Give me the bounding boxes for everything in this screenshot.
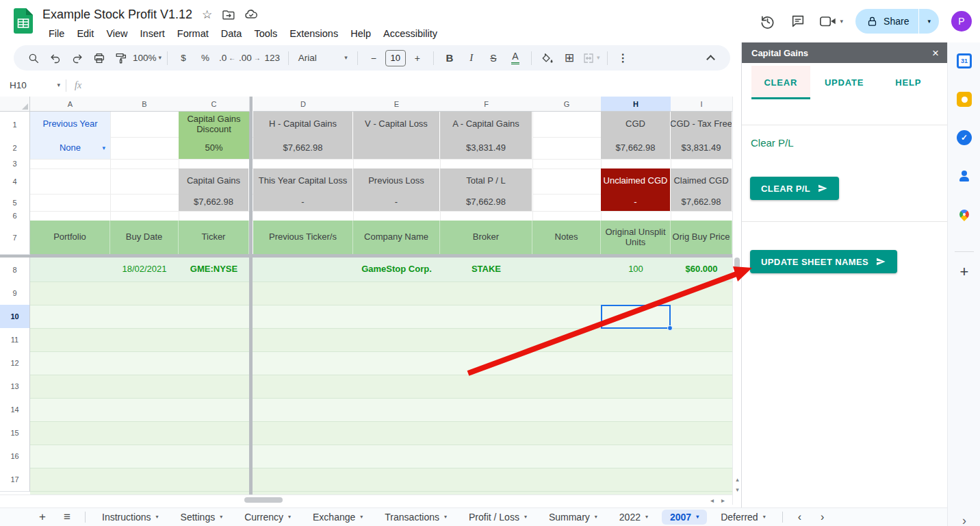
menu-extensions[interactable]: Extensions	[283, 27, 344, 40]
scroll-left-icon[interactable]: ◂	[710, 495, 714, 505]
version-history-icon[interactable]	[759, 12, 777, 30]
cell-F4[interactable]: Total P / L	[440, 168, 532, 194]
scroll-right-icon[interactable]: ▸	[721, 495, 725, 505]
column-header-D[interactable]: D	[253, 97, 354, 112]
borders-icon[interactable]: ⊞	[559, 49, 580, 68]
keep-icon[interactable]	[957, 92, 972, 107]
maps-icon[interactable]	[957, 207, 972, 222]
row-header-9[interactable]: 9	[0, 281, 30, 305]
sheet-tab-2007[interactable]: 2007▾	[662, 510, 707, 525]
prev-sheets-icon[interactable]: ‹	[788, 511, 811, 523]
move-folder-icon[interactable]	[222, 8, 235, 21]
frozen-column-divider[interactable]	[249, 97, 253, 494]
vertical-scroll-thumb[interactable]	[734, 258, 740, 273]
menu-file[interactable]: File	[42, 27, 70, 40]
column-header-E[interactable]: E	[353, 97, 441, 112]
print-icon[interactable]	[89, 49, 109, 68]
cell-E4[interactable]: Previous Loss	[353, 168, 440, 194]
close-icon[interactable]: ×	[932, 47, 939, 59]
cell-B7[interactable]: Buy Date	[110, 221, 179, 254]
sheet-tab-transactions[interactable]: Transactions▾	[376, 510, 455, 525]
menu-format[interactable]: Format	[171, 27, 215, 40]
cell-I5[interactable]: $7,662.98	[671, 194, 732, 211]
row-header-12[interactable]: 12	[0, 351, 30, 375]
cell-H2[interactable]: $7,662.98	[601, 137, 671, 159]
italic-button[interactable]: I	[461, 49, 482, 68]
number-format-button[interactable]: 123	[262, 49, 283, 68]
add-sheet-icon[interactable]: +	[30, 510, 55, 524]
cell-C5[interactable]: $7,662.98	[179, 194, 249, 211]
panel-tab-update[interactable]: UPDATE	[810, 66, 879, 99]
cell-I7[interactable]: Orig Buy Price	[671, 221, 732, 254]
comments-icon[interactable]	[789, 12, 807, 30]
show-side-panel-icon[interactable]: ›	[948, 514, 980, 526]
sheet-tab-2022[interactable]: 2022▾	[611, 510, 656, 525]
row-header-14[interactable]: 14	[0, 398, 30, 422]
row-header-5[interactable]: 5	[0, 194, 30, 212]
bold-button[interactable]: B	[439, 49, 460, 68]
cell-C8[interactable]: GME:NYSE	[179, 258, 249, 281]
next-sheets-icon[interactable]: ›	[811, 511, 834, 523]
row-header-10[interactable]: 10	[0, 305, 30, 329]
strikethrough-button[interactable]: S	[483, 49, 504, 68]
menu-view[interactable]: View	[100, 27, 133, 40]
sheet-tab-menu-icon[interactable]: ▾	[696, 514, 699, 520]
decrease-decimal-button[interactable]: .0←	[217, 49, 237, 68]
sheet-tab-menu-icon[interactable]: ▾	[360, 514, 363, 520]
row-header-17[interactable]: 17	[0, 468, 30, 492]
row-header-11[interactable]: 11	[0, 328, 30, 352]
cell-E7[interactable]: Company Name	[353, 221, 440, 254]
spreadsheet-grid[interactable]: Previous YearNone▾Capital Gains Discount…	[0, 97, 732, 494]
update-sheet-names-button[interactable]: UPDATE SHEET NAMES	[750, 250, 897, 273]
sheet-tab-menu-icon[interactable]: ▾	[220, 514, 222, 520]
column-header-C[interactable]: C	[179, 97, 250, 112]
meet-call-button[interactable]: ▾	[819, 14, 844, 28]
sheet-tab-menu-icon[interactable]: ▾	[444, 514, 447, 520]
cell-H8[interactable]: 100	[601, 258, 671, 281]
column-header-G[interactable]: G	[532, 97, 602, 112]
row-header-1[interactable]: 1	[0, 112, 30, 138]
sheet-tab-summary[interactable]: Summary▾	[541, 510, 606, 525]
cell-A1[interactable]: Previous Year	[30, 112, 110, 137]
row-header-7[interactable]: 7	[0, 221, 30, 255]
sheet-tab-menu-icon[interactable]: ▾	[645, 514, 648, 520]
cell-D7[interactable]: Previous Ticker/s	[253, 221, 353, 254]
sheet-tab-menu-icon[interactable]: ▾	[524, 514, 527, 520]
cell-A7[interactable]: Portfolio	[30, 221, 110, 254]
share-dropdown[interactable]: ▾	[919, 9, 939, 34]
row-header-15[interactable]: 15	[0, 421, 30, 445]
sheet-tab-instructions[interactable]: Instructions▾	[94, 510, 167, 525]
horizontal-scroll-thumb[interactable]	[244, 497, 283, 503]
increase-decimal-button[interactable]: .00→	[239, 49, 261, 68]
document-title[interactable]: Example Stock Profit V1.12	[42, 8, 192, 22]
sheet-tab-profit-loss[interactable]: Profit / Loss▾	[461, 510, 535, 525]
font-family-select[interactable]: Arial▾	[294, 49, 352, 68]
cell-C1[interactable]: Capital Gains Discount	[179, 112, 249, 137]
redo-icon[interactable]	[67, 49, 88, 68]
cell-D2[interactable]: $7,662.98	[253, 137, 353, 159]
cell-E1[interactable]: V - Capital Loss	[353, 112, 440, 137]
cell-I1[interactable]: CGD - Tax Free	[671, 112, 732, 137]
row-header-4[interactable]: 4	[0, 168, 30, 195]
row-header-8[interactable]: 8	[0, 258, 30, 282]
decrease-font-size-button[interactable]: −	[363, 49, 384, 68]
cell-H1[interactable]: CGD	[601, 112, 671, 137]
paint-format-icon[interactable]	[111, 49, 131, 68]
menu-insert[interactable]: Insert	[134, 27, 171, 40]
menu-tools[interactable]: Tools	[248, 27, 283, 40]
name-box[interactable]: H10 ▾	[0, 80, 66, 90]
cell-A2[interactable]: None▾	[30, 137, 110, 159]
contacts-icon[interactable]	[957, 168, 972, 184]
cell-H4[interactable]: Unclaimed CGD	[601, 168, 671, 194]
vertical-scrollbar[interactable]: ▴ ▾	[732, 97, 741, 505]
row-header-2[interactable]: 2	[0, 137, 30, 160]
cell-F8[interactable]: STAKE	[440, 258, 532, 281]
cell-G7[interactable]: Notes	[532, 221, 601, 254]
column-header-F[interactable]: F	[440, 97, 533, 112]
fill-color-icon[interactable]	[537, 49, 558, 68]
font-size-input[interactable]: 10	[385, 50, 406, 66]
sheets-logo[interactable]	[14, 8, 33, 34]
undo-icon[interactable]	[45, 49, 66, 68]
column-header-B[interactable]: B	[110, 97, 179, 112]
sheet-tab-deferred[interactable]: Deferred▾	[712, 510, 773, 525]
